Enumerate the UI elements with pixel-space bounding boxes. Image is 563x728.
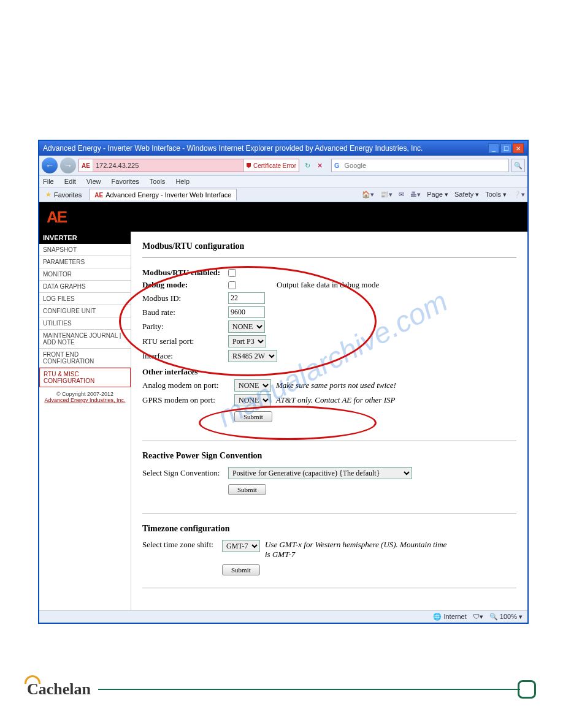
sidebar-item-maintenance-journal[interactable]: MAINTENANCE JOURNAL | ADD NOTE [39,330,131,349]
section-title-reactive: Reactive Power Sign Convention [142,451,516,461]
sidebar-item-data-graphs[interactable]: DATA GRAPHS [39,281,131,293]
sidebar-header: INVERTER [39,232,131,244]
select-interface[interactable]: RS485 2W [228,350,277,362]
sidebar-item-snapshot[interactable]: SNAPSHOT [39,244,131,256]
select-parity[interactable]: NONE [228,320,265,333]
submit-button-modbus[interactable]: Submit [234,411,272,422]
menu-help[interactable]: Help [175,178,190,185]
label-debug-mode: Debug mode: [142,280,228,290]
feeds-icon[interactable]: 📰▾ [380,191,393,199]
refresh-button[interactable]: ↻ [302,162,313,170]
company-link[interactable]: Advanced Energy Industries, Inc. [44,397,125,403]
security-zone: Internet [443,613,466,620]
tools-menu[interactable]: Tools ▾ [485,191,507,199]
sidebar: INVERTER SNAPSHOT PARAMETERS MONITOR DAT… [39,232,131,610]
window-title: Advanced Energy - Inverter Web Interface… [43,144,423,153]
footer-box-icon [518,680,536,699]
maximize-button[interactable]: ☐ [500,143,511,153]
label-modbus-id: Modbus ID: [142,294,228,303]
label-timezone: Select time zone shift: [142,540,222,550]
submit-button-reactive[interactable]: Submit [228,484,266,495]
google-icon: G [332,162,342,169]
page-content: INVERTER SNAPSHOT PARAMETERS MONITOR DAT… [39,232,527,610]
search-button[interactable]: 🔍 [511,159,525,172]
label-baud-rate: Baud rate: [142,308,228,317]
section-title-timezone: Timezone configuration [142,524,516,534]
label-gprs-modem: GPRS modem on port: [142,395,234,405]
ae-logo: AE [47,208,66,227]
select-analog-modem[interactable]: NONE [234,379,271,392]
input-modbus-id[interactable] [228,292,265,304]
divider [142,441,516,441]
safety-menu[interactable]: Safety ▾ [454,191,479,199]
search-box[interactable]: G [331,159,509,172]
address-bar[interactable]: AE ⛊Certificate Error [79,159,299,172]
sidebar-copyright: © Copyright 2007-2012 Advanced Energy In… [39,387,131,407]
browser-window: Advanced Energy - Inverter Web Interface… [38,140,529,624]
tab-title: Advanced Energy - Inverter Web Interface [105,191,231,199]
menu-edit[interactable]: Edit [64,178,76,185]
sidebar-item-utilities[interactable]: UTILITIES [39,317,131,330]
divider [142,588,516,588]
select-timezone[interactable]: GMT-7 [222,540,260,552]
favorites-button[interactable]: ★Favorites [42,189,85,200]
page-menu[interactable]: Page ▾ [427,191,448,199]
window-titlebar: Advanced Energy - Inverter Web Interface… [39,141,527,156]
globe-icon: 🌐 [433,613,442,620]
zoom-control[interactable]: 🔍 100% ▾ [489,613,523,621]
main-panel: manualarchive.com Modbus/RTU configurati… [131,232,527,610]
logo-arc-icon [25,675,40,684]
menu-tools[interactable]: Tools [150,178,166,185]
note-gprs-modem: AT&T only. Contact AE for other ISP [276,395,395,405]
protected-mode-icon: 🛡▾ [473,613,483,621]
label-analog-modem: Analog modem on port: [142,381,234,390]
forward-button[interactable]: → [60,157,76,173]
divider [142,514,516,514]
close-button[interactable]: ✕ [513,143,524,153]
sidebar-item-configure-unit[interactable]: CONFIGURE UNIT [39,305,131,317]
submit-button-timezone[interactable]: Submit [222,564,260,575]
site-icon: AE [79,159,93,172]
sidebar-item-monitor[interactable]: MONITOR [39,268,131,281]
sidebar-item-log-files[interactable]: LOG FILES [39,293,131,305]
input-baud-rate[interactable] [228,306,265,318]
home-icon[interactable]: 🏠▾ [362,191,374,199]
stop-button[interactable]: ✕ [315,162,324,170]
menu-file[interactable]: File [43,178,54,185]
sidebar-item-front-end-config[interactable]: FRONT END CONFIGURATION [39,349,131,368]
search-input[interactable] [342,162,508,169]
certificate-error-badge[interactable]: ⛊Certificate Error [243,159,299,172]
select-sign-convention[interactable]: Positive for Generative (capacitive) {Th… [228,467,412,479]
sidebar-item-rtu-misc-config[interactable]: RTU & MISC CONFIGURATION [39,368,131,387]
site-banner: AE [39,202,527,232]
help-icon[interactable]: ❔▾ [513,191,525,199]
shield-icon: ⛊ [246,162,252,169]
subhead-other-interfaces: Other interfaces [142,367,516,377]
star-icon: ★ [45,191,52,199]
print-icon[interactable]: 🖶▾ [410,191,421,199]
select-rtu-serial-port[interactable]: Port P3 [228,335,266,347]
menu-view[interactable]: View [86,178,101,185]
menu-bar: File Edit View Favorites Tools Help [39,176,527,188]
label-sign-convention: Select Sign Convention: [142,468,228,478]
browser-tab[interactable]: AEAdvanced Energy - Inverter Web Interfa… [89,189,237,200]
status-bar: 🌐 Internet 🛡▾ 🔍 100% ▾ [39,610,527,623]
checkbox-modbus-enabled[interactable] [228,269,236,277]
menu-favorites[interactable]: Favorites [112,178,139,185]
back-button[interactable]: ← [42,157,58,173]
sidebar-item-parameters[interactable]: PARAMETERS [39,256,131,268]
mail-icon[interactable]: ✉ [399,191,404,199]
nav-toolbar: ← → AE ⛊Certificate Error ↻ ✕ G 🔍 [39,156,527,176]
debug-note: Output fake data in debug mode [277,280,379,290]
select-gprs-modem[interactable]: NONE [234,394,271,406]
footer-rule [98,689,520,690]
minimize-button[interactable]: _ [488,143,499,153]
label-interface: Interface: [142,351,228,361]
command-bar: 🏠▾ 📰▾ ✉ 🖶▾ Page ▾ Safety ▾ Tools ▾ ❔▾ [362,191,525,199]
tab-icon: AE [94,192,103,199]
note-timezone: Use GMT-x for Western hemisphere (US). M… [265,540,449,559]
checkbox-debug-mode[interactable] [228,281,236,289]
url-input[interactable] [93,162,243,169]
footer-brand-logo: Cachelan [27,680,91,699]
window-controls: _ ☐ ✕ [488,143,524,153]
